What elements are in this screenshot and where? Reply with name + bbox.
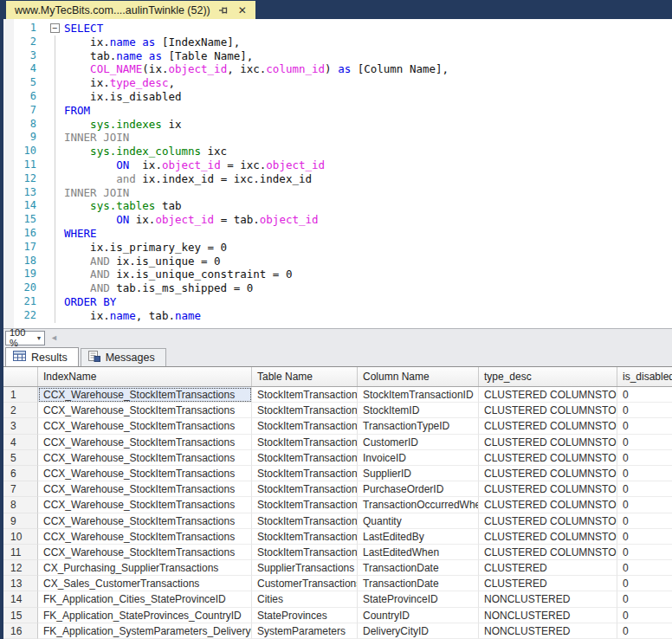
grid-cell[interactable]: 0: [617, 529, 672, 545]
document-tab[interactable]: www.MyTecBits.com....aulinTwinkle (52)) …: [6, 1, 255, 19]
chevron-down-icon[interactable]: ▼: [34, 335, 44, 341]
grid-cell[interactable]: CX_Purchasing_SupplierTransactions: [38, 560, 252, 576]
row-number[interactable]: 15: [3, 608, 38, 623]
grid-cell[interactable]: CCX_Warehouse_StockItemTransactions: [38, 513, 252, 529]
grid-cell[interactable]: 0: [617, 435, 672, 450]
grid-column-header[interactable]: type_desc: [479, 367, 617, 386]
scroll-left-arrow-icon[interactable]: ◄: [50, 333, 58, 342]
grid-cell[interactable]: StockItemID: [358, 403, 479, 418]
row-number[interactable]: 13: [3, 576, 38, 591]
grid-cell[interactable]: StockItemTransactionID: [358, 387, 479, 403]
grid-cell[interactable]: Cities: [252, 591, 358, 607]
row-number[interactable]: 9: [3, 513, 38, 529]
grid-cell[interactable]: CLUSTERED COLUMNSTORE: [479, 418, 617, 434]
grid-cell[interactable]: StockItemTransactions: [252, 450, 358, 466]
grid-cell[interactable]: PurchaseOrderID: [358, 481, 479, 497]
grid-corner-cell[interactable]: [3, 367, 38, 386]
pin-icon[interactable]: [217, 4, 229, 16]
grid-column-header[interactable]: is_disabled: [617, 367, 672, 386]
grid-cell[interactable]: CLUSTERED COLUMNSTORE: [479, 435, 617, 450]
grid-cell[interactable]: CCX_Warehouse_StockItemTransactions: [38, 387, 252, 403]
sql-editor[interactable]: 1−SELECT2 ix.name as [IndexName],3 tab.n…: [3, 19, 672, 328]
grid-cell[interactable]: CCX_Warehouse_StockItemTransactions: [38, 497, 252, 513]
grid-cell[interactable]: TransactionDate: [358, 560, 479, 576]
grid-cell[interactable]: 0: [617, 481, 672, 497]
grid-cell[interactable]: StockItemTransactions: [252, 418, 358, 434]
grid-cell[interactable]: TransactionTypeID: [358, 418, 479, 434]
grid-cell[interactable]: Quantity: [358, 513, 479, 529]
row-number[interactable]: 14: [3, 591, 38, 607]
grid-cell[interactable]: 0: [617, 513, 672, 529]
grid-cell[interactable]: NONCLUSTERED: [479, 608, 617, 623]
zoom-select[interactable]: 100 % ▼: [5, 331, 45, 345]
tab-results[interactable]: Results: [5, 347, 79, 366]
grid-cell[interactable]: DeliveryCityID: [358, 623, 479, 639]
grid-cell[interactable]: CLUSTERED COLUMNSTORE: [479, 529, 617, 545]
grid-cell[interactable]: 0: [617, 608, 672, 623]
row-number[interactable]: 16: [3, 623, 38, 639]
grid-cell[interactable]: 0: [617, 623, 672, 639]
grid-cell[interactable]: 0: [617, 418, 672, 434]
grid-cell[interactable]: CLUSTERED COLUMNSTORE: [479, 513, 617, 529]
grid-cell[interactable]: CCX_Warehouse_StockItemTransactions: [38, 435, 252, 450]
grid-cell[interactable]: CCX_Warehouse_StockItemTransactions: [38, 450, 252, 466]
grid-cell[interactable]: 0: [617, 387, 672, 403]
grid-cell[interactable]: StockItemTransactions: [252, 513, 358, 529]
grid-cell[interactable]: StockItemTransactions: [252, 545, 358, 560]
grid-cell[interactable]: CCX_Warehouse_StockItemTransactions: [38, 466, 252, 481]
row-number[interactable]: 2: [3, 403, 38, 418]
row-number[interactable]: 3: [3, 418, 38, 434]
collapse-region-icon[interactable]: −: [50, 23, 60, 33]
grid-cell[interactable]: FK_Application_StateProvinces_CountryID: [38, 608, 252, 623]
grid-cell[interactable]: CLUSTERED COLUMNSTORE: [479, 387, 617, 403]
grid-cell[interactable]: SupplierTransactions: [252, 560, 358, 576]
grid-cell[interactable]: CLUSTERED COLUMNSTORE: [479, 450, 617, 466]
grid-cell[interactable]: CCX_Warehouse_StockItemTransactions: [38, 529, 252, 545]
grid-cell[interactable]: FK_Application_Cities_StateProvinceID: [38, 591, 252, 607]
row-number[interactable]: 4: [3, 435, 38, 450]
grid-cell[interactable]: 0: [617, 576, 672, 591]
row-number[interactable]: 6: [3, 466, 38, 481]
row-number[interactable]: 8: [3, 497, 38, 513]
grid-cell[interactable]: 0: [617, 403, 672, 418]
grid-column-header[interactable]: IndexName: [38, 367, 252, 386]
grid-cell[interactable]: StateProvinceID: [358, 591, 479, 607]
grid-cell[interactable]: SupplierID: [358, 466, 479, 481]
grid-cell[interactable]: CCX_Warehouse_StockItemTransactions: [38, 545, 252, 560]
grid-cell[interactable]: NONCLUSTERED: [479, 591, 617, 607]
grid-column-header[interactable]: Table Name: [252, 367, 358, 386]
tab-messages[interactable]: Messages: [81, 348, 166, 366]
grid-cell[interactable]: CCX_Warehouse_StockItemTransactions: [38, 481, 252, 497]
grid-cell[interactable]: CustomerTransactions: [252, 576, 358, 591]
grid-cell[interactable]: CCX_Warehouse_StockItemTransactions: [38, 403, 252, 418]
row-number[interactable]: 1: [3, 387, 38, 403]
grid-cell[interactable]: StockItemTransactions: [252, 387, 358, 403]
grid-cell[interactable]: StockItemTransactions: [252, 403, 358, 418]
grid-cell[interactable]: StockItemTransactions: [252, 466, 358, 481]
grid-cell[interactable]: 0: [617, 497, 672, 513]
grid-cell[interactable]: CLUSTERED COLUMNSTORE: [479, 497, 617, 513]
grid-cell[interactable]: 0: [617, 560, 672, 576]
grid-cell[interactable]: StockItemTransactions: [252, 529, 358, 545]
grid-cell[interactable]: CCX_Warehouse_StockItemTransactions: [38, 418, 252, 434]
close-icon[interactable]: ✕: [236, 4, 249, 16]
grid-column-header[interactable]: Column Name: [358, 367, 479, 386]
grid-cell[interactable]: StockItemTransactions: [252, 497, 358, 513]
grid-cell[interactable]: CountryID: [358, 608, 479, 623]
row-number[interactable]: 11: [3, 545, 38, 560]
grid-cell[interactable]: CLUSTERED: [479, 576, 617, 591]
grid-cell[interactable]: CLUSTERED COLUMNSTORE: [479, 481, 617, 497]
grid-cell[interactable]: FK_Application_SystemParameters_Delivery…: [38, 623, 252, 639]
grid-cell[interactable]: CustomerID: [358, 435, 479, 450]
row-number[interactable]: 10: [3, 529, 38, 545]
grid-cell[interactable]: CX_Sales_CustomerTransactions: [38, 576, 252, 591]
grid-cell[interactable]: LastEditedWhen: [358, 545, 479, 560]
grid-cell[interactable]: TransactionOccurredWhen: [358, 497, 479, 513]
grid-cell[interactable]: SystemParameters: [252, 623, 358, 639]
grid-cell[interactable]: CLUSTERED COLUMNSTORE: [479, 466, 617, 481]
grid-cell[interactable]: StockItemTransactions: [252, 435, 358, 450]
grid-cell[interactable]: NONCLUSTERED: [479, 623, 617, 639]
row-number[interactable]: 12: [3, 560, 38, 576]
row-number[interactable]: 7: [3, 481, 38, 497]
grid-cell[interactable]: StateProvinces: [252, 608, 358, 623]
